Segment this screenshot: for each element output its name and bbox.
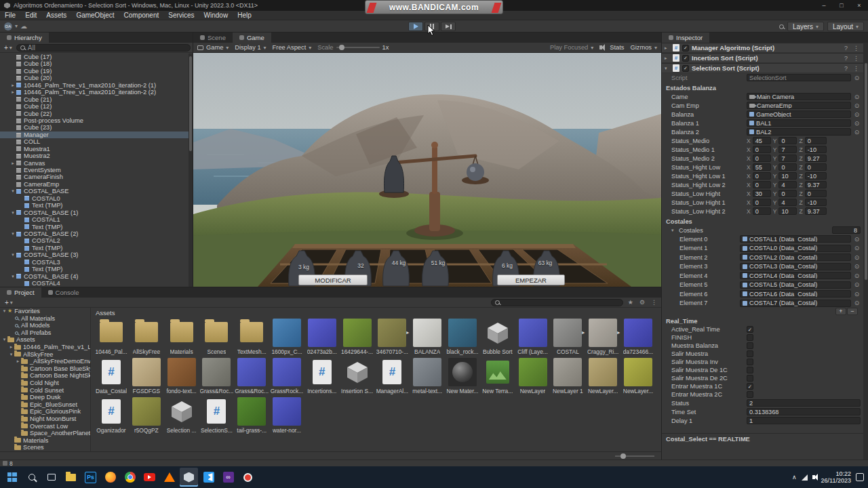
menu-component[interactable]: Component	[119, 12, 164, 19]
property-checkbox[interactable]	[747, 375, 753, 382]
project-tree-item[interactable]: Cold Sunset	[0, 387, 90, 394]
hierarchy-item[interactable]: Muestra1	[0, 146, 189, 152]
asset-item[interactable]: black_rock...	[446, 319, 479, 355]
hierarchy-item[interactable]: COSTAL3	[0, 259, 189, 266]
hierarchy-item[interactable]: Cube (17)	[0, 54, 189, 60]
hierarchy-item[interactable]: COLL	[0, 138, 189, 145]
hierarchy-item[interactable]: Cube (12)	[0, 103, 189, 110]
vector-y-field[interactable]: 10	[778, 172, 797, 180]
component-help-icon[interactable]: ?	[843, 65, 849, 72]
object-picker-icon[interactable]: ⊙	[853, 236, 861, 243]
object-reference-field[interactable]: GameObject	[747, 110, 851, 118]
expand-arrow[interactable]: ▾	[8, 351, 14, 359]
hierarchy-item[interactable]: Manager	[0, 131, 189, 138]
project-tree-item[interactable]: All Prefabs	[0, 329, 90, 337]
component-foldout-arrow[interactable]: ▾	[665, 66, 670, 71]
hierarchy-item[interactable]: COSTAL1	[0, 216, 189, 223]
property-checkbox[interactable]	[747, 334, 753, 341]
volume-icon[interactable]	[812, 475, 815, 479]
hierarchy-item[interactable]: Cube (18)	[0, 60, 189, 67]
asset-item[interactable]: New Mater...	[446, 358, 479, 394]
asset-item[interactable]: Cliff (Laye...	[517, 319, 549, 355]
hierarchy-item[interactable]: Post-process Volume	[0, 117, 189, 124]
asset-item[interactable]: 10446_Pal...	[95, 319, 127, 355]
vector-y-field[interactable]: 0	[778, 163, 797, 171]
asset-item[interactable]: tail-grass-...	[235, 397, 268, 434]
thumbnail-zoom-slider[interactable]	[615, 455, 654, 457]
value-field[interactable]: 2	[747, 399, 861, 407]
project-tree-item[interactable]: ▸_AllSkyFreeDemoEnviro...	[0, 358, 90, 365]
vector-x-field[interactable]: 45	[753, 137, 771, 144]
array-remove-button[interactable]: −	[847, 308, 858, 315]
taskbar-task-view-icon[interactable]	[42, 468, 60, 487]
vector-z-field[interactable]: 0	[805, 190, 827, 197]
taskbar-clock[interactable]: 10:22 26/11/2023	[821, 470, 851, 484]
asset-item[interactable]: water-nor...	[271, 397, 303, 434]
project-tree-item[interactable]: Cold Night	[0, 380, 90, 387]
menu-services[interactable]: Services	[163, 12, 199, 19]
expand-arrow[interactable]: ▸	[9, 160, 16, 167]
hierarchy-item[interactable]: ▸10446_Palm_Tree_v1_max2010_iteration-2 …	[0, 82, 189, 89]
taskbar-vscode-icon[interactable]	[199, 468, 218, 487]
asset-item[interactable]: #Oganizador	[95, 397, 127, 434]
component-menu-icon[interactable]: ⋮	[852, 65, 861, 72]
asset-item[interactable]: Insertion S...	[341, 358, 374, 394]
property-checkbox[interactable]: ✓	[747, 383, 753, 390]
hierarchy-item[interactable]: ▸Canvas	[0, 160, 189, 167]
hierarchy-item[interactable]: Text (TMP)	[0, 202, 189, 209]
asset-item[interactable]: Selection ...	[165, 397, 198, 434]
vector-y-field[interactable]: 0	[778, 137, 797, 144]
scale-slider[interactable]: Scale 1x	[317, 44, 389, 51]
tab-project[interactable]: Project	[0, 287, 41, 298]
project-tree-item[interactable]: ▾Assets	[0, 336, 90, 344]
taskbar-chrome-icon[interactable]	[121, 468, 139, 487]
object-picker-icon[interactable]: ⊙	[853, 94, 861, 100]
expand-arrow[interactable]: ▸	[9, 89, 16, 96]
object-picker-icon[interactable]: ⊙	[853, 111, 861, 118]
aspect-ratio-dropdown[interactable]: Free Aspect▾	[273, 44, 312, 51]
asset-item[interactable]: fondo-text...	[165, 358, 198, 394]
vector-z-field[interactable]: 9.37	[805, 181, 827, 188]
asset-item[interactable]: da723466...	[622, 319, 654, 355]
object-reference-field[interactable]: COSTAL2 (Data_Costal)	[740, 253, 851, 261]
object-reference-field[interactable]: COSTAL7 (Data_Costal)	[740, 300, 851, 307]
hierarchy-item[interactable]: Cube (20)	[0, 75, 189, 81]
account-avatar[interactable]: DA	[4, 22, 12, 30]
vector-z-field[interactable]: -10	[805, 172, 827, 180]
component-help-icon[interactable]: ?	[843, 45, 849, 52]
asset-item[interactable]: 02473a2b...	[306, 319, 338, 355]
hierarchy-search-input[interactable]: All	[16, 44, 191, 52]
object-reference-field[interactable]: COSTAL3 (Data_Costal)	[740, 263, 851, 270]
display-dropdown[interactable]: Display 1▾	[235, 44, 266, 51]
component-foldout-arrow[interactable]: ▸	[665, 56, 670, 61]
hierarchy-item[interactable]: CameraEmp	[0, 181, 189, 188]
modificar-button[interactable]: MODIFICAR	[298, 274, 368, 285]
asset-item[interactable]: GrassRock...	[271, 358, 303, 394]
asset-item[interactable]: AllSkyFree	[130, 319, 163, 355]
notification-center-icon[interactable]	[856, 473, 864, 481]
tab-hierarchy[interactable]: Hierarchy	[0, 33, 49, 43]
network-icon[interactable]	[802, 474, 808, 481]
hierarchy-item[interactable]: CameraFinish	[0, 174, 189, 180]
project-tree-item[interactable]: Deep Dusk	[0, 394, 90, 401]
hierarchy-item[interactable]: Cube (22)	[0, 110, 189, 117]
asset-item[interactable]: #Data_Costal	[95, 358, 127, 394]
expand-arrow[interactable]: ▾	[9, 251, 16, 258]
hierarchy-item[interactable]: ▾COSTAL_BASE (3)	[0, 251, 189, 258]
scale-slider-track[interactable]	[336, 47, 380, 48]
object-reference-field[interactable]: BAL2	[747, 128, 851, 136]
project-tree-item[interactable]: Epic_GloriousPink	[0, 408, 90, 415]
vector-z-field[interactable]: 9.37	[805, 207, 827, 215]
array-add-button[interactable]: +	[835, 308, 846, 315]
project-tree-item[interactable]: Cartoon Base NightSky	[0, 372, 90, 380]
project-tree-item[interactable]: Materials	[0, 437, 90, 445]
component-header[interactable]: ▾#✓Selection Sort (Script)?⋮	[662, 63, 863, 73]
vector-y-field[interactable]: 0	[778, 190, 797, 197]
mute-audio-icon[interactable]	[599, 45, 602, 49]
sub-asset-expand-arrow[interactable]: ▸	[582, 329, 585, 336]
object-picker-icon[interactable]: ⊙	[853, 129, 861, 136]
hierarchy-item[interactable]: ▾COSTAL_BASE	[0, 188, 189, 195]
taskbar-firefox-icon[interactable]	[101, 468, 119, 487]
close-button[interactable]: ×	[850, 0, 868, 11]
asset-item[interactable]: NewLayer...	[587, 358, 619, 394]
